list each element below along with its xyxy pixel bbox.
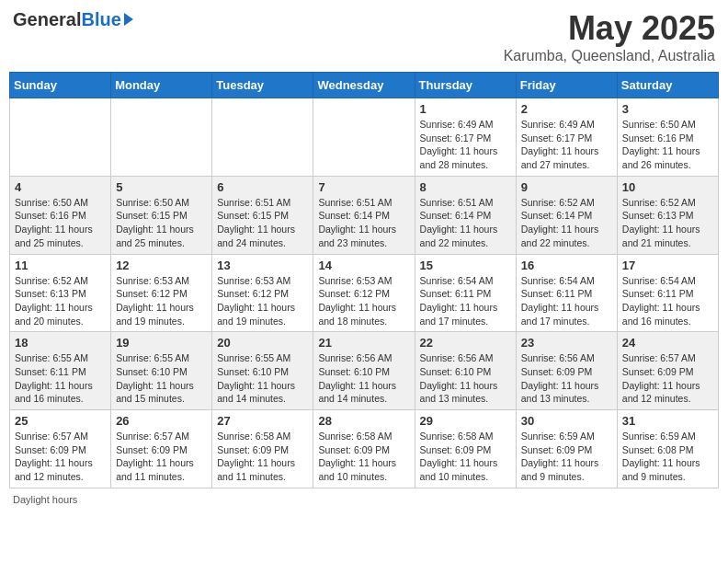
calendar-cell: 22Sunrise: 6:56 AM Sunset: 6:10 PM Dayli… (415, 332, 516, 410)
calendar-day-header: Saturday (617, 73, 718, 98)
calendar-cell: 8Sunrise: 6:51 AM Sunset: 6:14 PM Daylig… (415, 176, 516, 254)
day-info: Sunrise: 6:56 AM Sunset: 6:10 PM Dayligh… (318, 351, 409, 406)
calendar-cell: 13Sunrise: 6:53 AM Sunset: 6:12 PM Dayli… (212, 254, 313, 332)
day-info: Sunrise: 6:54 AM Sunset: 6:11 PM Dayligh… (420, 274, 511, 328)
day-info: Sunrise: 6:49 AM Sunset: 6:17 PM Dayligh… (420, 118, 511, 172)
day-number: 23 (521, 336, 612, 350)
day-number: 13 (217, 259, 308, 272)
day-number: 2 (521, 102, 612, 116)
day-number: 20 (217, 336, 308, 350)
day-info: Sunrise: 6:52 AM Sunset: 6:13 PM Dayligh… (15, 274, 106, 328)
calendar-cell: 9Sunrise: 6:52 AM Sunset: 6:14 PM Daylig… (516, 176, 617, 254)
day-info: Sunrise: 6:57 AM Sunset: 6:09 PM Dayligh… (622, 351, 713, 406)
day-number: 18 (15, 336, 106, 350)
day-number: 26 (116, 414, 207, 428)
calendar-day-header: Friday (516, 73, 617, 98)
day-info: Sunrise: 6:53 AM Sunset: 6:12 PM Dayligh… (217, 274, 308, 328)
day-number: 4 (15, 180, 106, 194)
calendar-cell: 14Sunrise: 6:53 AM Sunset: 6:12 PM Dayli… (313, 254, 415, 332)
calendar-cell: 2Sunrise: 6:49 AM Sunset: 6:17 PM Daylig… (516, 98, 617, 177)
calendar-day-header: Tuesday (212, 73, 313, 98)
calendar-cell: 1Sunrise: 6:49 AM Sunset: 6:17 PM Daylig… (415, 98, 516, 177)
day-info: Sunrise: 6:58 AM Sunset: 6:09 PM Dayligh… (318, 430, 409, 484)
calendar-cell (10, 98, 111, 177)
day-info: Sunrise: 6:49 AM Sunset: 6:17 PM Dayligh… (521, 118, 612, 172)
calendar-cell (212, 98, 313, 177)
calendar-header-row: SundayMondayTuesdayWednesdayThursdayFrid… (10, 73, 719, 98)
footnote: Daylight hours (9, 494, 719, 505)
day-info: Sunrise: 6:56 AM Sunset: 6:10 PM Dayligh… (420, 351, 511, 406)
day-number: 1 (420, 102, 511, 116)
calendar-table: SundayMondayTuesdayWednesdayThursdayFrid… (9, 72, 719, 488)
day-info: Sunrise: 6:50 AM Sunset: 6:16 PM Dayligh… (15, 196, 106, 250)
calendar-cell: 4Sunrise: 6:50 AM Sunset: 6:16 PM Daylig… (10, 176, 111, 254)
day-number: 6 (217, 180, 308, 194)
day-number: 19 (116, 336, 207, 350)
day-info: Sunrise: 6:51 AM Sunset: 6:14 PM Dayligh… (420, 196, 511, 250)
calendar-cell: 21Sunrise: 6:56 AM Sunset: 6:10 PM Dayli… (313, 332, 415, 410)
calendar-cell: 30Sunrise: 6:59 AM Sunset: 6:09 PM Dayli… (516, 410, 617, 488)
day-number: 30 (521, 414, 612, 428)
calendar-cell (111, 98, 212, 177)
day-number: 8 (420, 180, 511, 194)
calendar-cell: 15Sunrise: 6:54 AM Sunset: 6:11 PM Dayli… (415, 254, 516, 332)
calendar-cell: 24Sunrise: 6:57 AM Sunset: 6:09 PM Dayli… (617, 332, 718, 410)
day-number: 28 (318, 414, 409, 428)
calendar-cell: 19Sunrise: 6:55 AM Sunset: 6:10 PM Dayli… (111, 332, 212, 410)
day-number: 24 (622, 336, 713, 350)
month-title: May 2025 (504, 9, 715, 48)
day-number: 31 (622, 414, 713, 428)
day-info: Sunrise: 6:52 AM Sunset: 6:14 PM Dayligh… (521, 196, 612, 250)
day-info: Sunrise: 6:51 AM Sunset: 6:15 PM Dayligh… (217, 196, 308, 250)
calendar-cell: 27Sunrise: 6:58 AM Sunset: 6:09 PM Dayli… (212, 410, 313, 488)
calendar-cell: 29Sunrise: 6:58 AM Sunset: 6:09 PM Dayli… (415, 410, 516, 488)
day-info: Sunrise: 6:55 AM Sunset: 6:10 PM Dayligh… (217, 351, 308, 406)
day-info: Sunrise: 6:55 AM Sunset: 6:10 PM Dayligh… (116, 351, 207, 406)
calendar-cell: 20Sunrise: 6:55 AM Sunset: 6:10 PM Dayli… (212, 332, 313, 410)
day-info: Sunrise: 6:51 AM Sunset: 6:14 PM Dayligh… (318, 196, 409, 250)
calendar-cell: 12Sunrise: 6:53 AM Sunset: 6:12 PM Dayli… (111, 254, 212, 332)
day-number: 25 (15, 414, 106, 428)
calendar-cell: 10Sunrise: 6:52 AM Sunset: 6:13 PM Dayli… (617, 176, 718, 254)
logo-general-text: General (13, 9, 81, 30)
calendar-day-header: Thursday (415, 73, 516, 98)
logo: General Blue (13, 9, 133, 30)
day-number: 16 (521, 259, 612, 272)
day-number: 22 (420, 336, 511, 350)
page-header: General Blue May 2025 Karumba, Queenslan… (9, 9, 719, 64)
day-number: 29 (420, 414, 511, 428)
calendar-cell: 16Sunrise: 6:54 AM Sunset: 6:11 PM Dayli… (516, 254, 617, 332)
calendar-cell: 3Sunrise: 6:50 AM Sunset: 6:16 PM Daylig… (617, 98, 718, 177)
day-number: 10 (622, 180, 713, 194)
day-info: Sunrise: 6:54 AM Sunset: 6:11 PM Dayligh… (622, 274, 713, 328)
logo-blue-text: Blue (81, 9, 120, 30)
day-number: 12 (116, 259, 207, 272)
calendar-day-header: Sunday (10, 73, 111, 98)
calendar-cell: 17Sunrise: 6:54 AM Sunset: 6:11 PM Dayli… (617, 254, 718, 332)
calendar-cell: 25Sunrise: 6:57 AM Sunset: 6:09 PM Dayli… (10, 410, 111, 488)
day-number: 7 (318, 180, 409, 194)
day-number: 17 (622, 259, 713, 272)
calendar-cell: 5Sunrise: 6:50 AM Sunset: 6:15 PM Daylig… (111, 176, 212, 254)
day-info: Sunrise: 6:54 AM Sunset: 6:11 PM Dayligh… (521, 274, 612, 328)
day-info: Sunrise: 6:55 AM Sunset: 6:11 PM Dayligh… (15, 351, 106, 406)
day-info: Sunrise: 6:50 AM Sunset: 6:15 PM Dayligh… (116, 196, 207, 250)
calendar-week-row: 4Sunrise: 6:50 AM Sunset: 6:16 PM Daylig… (10, 176, 719, 254)
day-number: 27 (217, 414, 308, 428)
day-info: Sunrise: 6:59 AM Sunset: 6:09 PM Dayligh… (521, 430, 612, 484)
day-info: Sunrise: 6:57 AM Sunset: 6:09 PM Dayligh… (15, 430, 106, 484)
calendar-day-header: Monday (111, 73, 212, 98)
day-info: Sunrise: 6:58 AM Sunset: 6:09 PM Dayligh… (217, 430, 308, 484)
calendar-cell: 23Sunrise: 6:56 AM Sunset: 6:09 PM Dayli… (516, 332, 617, 410)
calendar-week-row: 11Sunrise: 6:52 AM Sunset: 6:13 PM Dayli… (10, 254, 719, 332)
calendar-cell: 26Sunrise: 6:57 AM Sunset: 6:09 PM Dayli… (111, 410, 212, 488)
logo-arrow-icon (124, 13, 133, 26)
day-info: Sunrise: 6:58 AM Sunset: 6:09 PM Dayligh… (420, 430, 511, 484)
title-block: May 2025 Karumba, Queensland, Australia (504, 9, 715, 64)
calendar-cell: 31Sunrise: 6:59 AM Sunset: 6:08 PM Dayli… (617, 410, 718, 488)
day-number: 5 (116, 180, 207, 194)
day-number: 3 (622, 102, 713, 116)
calendar-cell: 7Sunrise: 6:51 AM Sunset: 6:14 PM Daylig… (313, 176, 415, 254)
day-number: 21 (318, 336, 409, 350)
calendar-cell: 28Sunrise: 6:58 AM Sunset: 6:09 PM Dayli… (313, 410, 415, 488)
